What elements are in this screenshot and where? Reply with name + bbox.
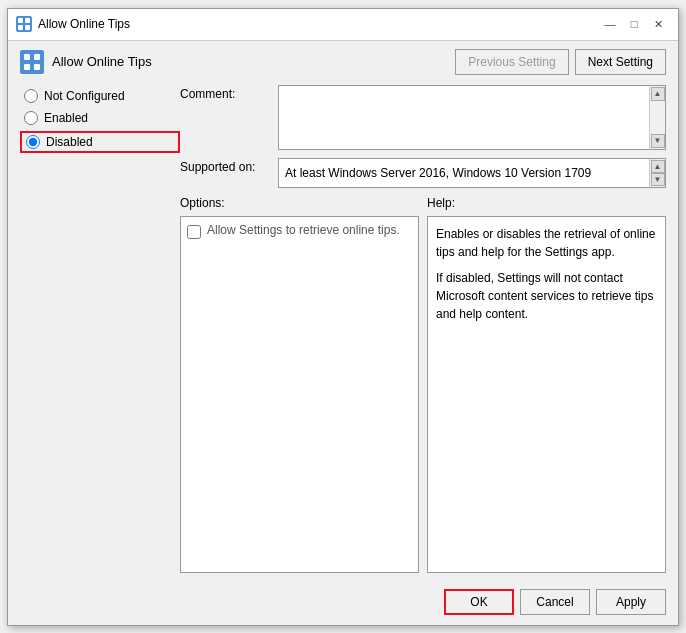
comment-scroll-down[interactable]: ▼ [651,134,665,148]
svg-rect-0 [18,18,23,23]
next-setting-button[interactable]: Next Setting [575,49,666,75]
comment-field-wrapper: ▲ ▼ [278,85,666,150]
apply-button[interactable]: Apply [596,589,666,615]
options-text: Allow Settings to retrieve online tips. [207,223,400,237]
radio-not-configured[interactable] [24,89,38,103]
close-button[interactable]: ✕ [646,14,670,34]
svg-rect-5 [34,54,40,60]
comment-scroll-up[interactable]: ▲ [651,87,665,101]
radio-label-not-configured: Not Configured [44,89,125,103]
supported-field-wrapper: At least Windows Server 2016, Windows 10… [278,158,666,188]
radio-item-not-configured[interactable]: Not Configured [20,87,180,105]
window-title: Allow Online Tips [38,17,130,31]
svg-rect-2 [18,25,23,30]
svg-rect-7 [34,64,40,70]
comment-textarea[interactable] [279,86,649,146]
comment-scrollable: ▲ ▼ [278,85,666,150]
help-title: Help: [427,196,666,210]
svg-rect-4 [24,54,30,60]
main-body: Not Configured Enabled Disabled Comm [20,85,666,573]
radio-group: Not Configured Enabled Disabled [20,87,180,153]
title-bar-left: Allow Online Tips [16,16,130,32]
radio-label-enabled: Enabled [44,111,88,125]
title-bar: Allow Online Tips — □ ✕ [8,9,678,41]
supported-label: Supported on: [180,158,270,174]
prev-setting-button[interactable]: Previous Setting [455,49,568,75]
help-col: Help: Enables or disables the retrieval … [427,196,666,573]
minimize-button[interactable]: — [598,14,622,34]
left-panel: Not Configured Enabled Disabled [20,85,180,573]
radio-label-disabled: Disabled [46,135,93,149]
help-box: Enables or disables the retrieval of onl… [427,216,666,573]
content-area: Allow Online Tips Previous Setting Next … [8,41,678,581]
help-paragraph-1: Enables or disables the retrieval of onl… [436,225,657,261]
bottom-section: Options: Allow Settings to retrieve onli… [180,196,666,573]
ok-button[interactable]: OK [444,589,514,615]
radio-enabled[interactable] [24,111,38,125]
header-row: Allow Online Tips Previous Setting Next … [20,49,666,75]
main-window: Allow Online Tips — □ ✕ Allow Online Tip… [7,8,679,626]
options-col: Options: Allow Settings to retrieve onli… [180,196,419,573]
comment-label: Comment: [180,85,270,101]
supported-row: Supported on: At least Windows Server 20… [180,158,666,188]
title-bar-controls: — □ ✕ [598,14,670,34]
radio-item-disabled[interactable]: Disabled [20,131,180,153]
svg-rect-6 [24,64,30,70]
options-box: Allow Settings to retrieve online tips. [180,216,419,573]
comment-row: Comment: ▲ ▼ [180,85,666,150]
svg-rect-1 [25,18,30,23]
help-paragraph-2: If disabled, Settings will not contact M… [436,269,657,323]
header-buttons: Previous Setting Next Setting [455,49,666,75]
supported-scrollbar: ▲ ▼ [649,159,665,187]
header-title: Allow Online Tips [52,54,447,69]
footer: OK Cancel Apply [8,581,678,625]
radio-item-enabled[interactable]: Enabled [20,109,180,127]
supported-scroll-up[interactable]: ▲ [651,160,665,173]
supported-field: At least Windows Server 2016, Windows 10… [278,158,666,188]
svg-rect-3 [25,25,30,30]
maximize-button[interactable]: □ [622,14,646,34]
supported-value: At least Windows Server 2016, Windows 10… [279,159,665,187]
cancel-button[interactable]: Cancel [520,589,590,615]
options-title: Options: [180,196,419,210]
right-panel: Comment: ▲ ▼ Supported on: [180,85,666,573]
comment-scrollbar: ▲ ▼ [649,86,665,149]
window-icon [16,16,32,32]
header-icon [20,50,44,74]
radio-disabled[interactable] [26,135,40,149]
options-checkbox[interactable] [187,225,201,239]
supported-scroll-down[interactable]: ▼ [651,173,665,186]
